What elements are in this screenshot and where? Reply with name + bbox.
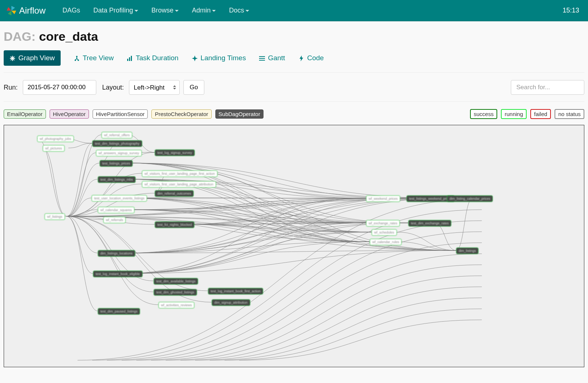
svg-marker-2	[8, 11, 11, 15]
graph-node[interactable]: dim_listing_calendar_prices	[447, 195, 493, 202]
graph-node[interactable]: wf_weekend_prices	[366, 195, 400, 202]
svg-marker-1	[11, 11, 16, 14]
graph-node[interactable]: wf_answers_signup_survey	[96, 150, 142, 156]
graph-node[interactable]: wf_referrals	[103, 217, 126, 223]
graph-node[interactable]: test_log_instant_book_eligible	[93, 271, 143, 277]
list-icon	[259, 55, 265, 61]
graph-edges	[4, 125, 584, 367]
title-prefix: DAG:	[4, 29, 39, 43]
nav-item-data-profiling[interactable]: Data Profiling	[87, 3, 145, 18]
nav-item-label: Admin	[192, 7, 211, 14]
svg-rect-14	[131, 56, 132, 61]
graph-node[interactable]: test_log_instant_book_first_action	[208, 288, 263, 295]
graph-node[interactable]: test_dim_paused_listings	[98, 308, 140, 315]
tree-icon	[74, 55, 80, 61]
legend-operator-hive-partition-sensor[interactable]: HivePartitionSensor	[93, 109, 148, 119]
graph-node[interactable]: wf_calendar_rules	[370, 239, 402, 245]
tab-gantt[interactable]: Gantt	[259, 51, 285, 65]
graph-node[interactable]: wf_pictures	[43, 145, 65, 152]
svg-rect-16	[259, 58, 265, 59]
graph-node[interactable]: test_log_signup_survey	[155, 149, 195, 156]
legend-operator-presto[interactable]: PrestoCheckOperator	[151, 109, 211, 119]
graph-node[interactable]: test_listings_prices	[100, 160, 133, 167]
svg-rect-13	[129, 57, 130, 61]
nav-items: DAGs Data Profiling Browse Admin Docs	[56, 3, 256, 18]
graph-node[interactable]: wf_calendar_squares	[98, 207, 135, 213]
svg-marker-18	[300, 55, 303, 61]
go-button[interactable]: Go	[183, 80, 204, 95]
tab-label: Graph View	[18, 54, 55, 62]
graph-node[interactable]: wf_activities_reviews	[158, 302, 194, 308]
view-tabs: Graph View Tree View Task Duration Landi…	[4, 50, 584, 66]
graph-node[interactable]: test_dim_listings_photography	[92, 140, 142, 147]
nav-item-label: Docs	[229, 7, 244, 14]
legend-status-running[interactable]: running	[501, 109, 527, 119]
chevron-down-icon	[245, 10, 249, 12]
graph-node[interactable]: wf_visitors_first_user_landing_page_firs…	[142, 170, 218, 177]
page-title: DAG: core_data	[4, 29, 584, 44]
graph-node[interactable]: wf_listings	[44, 213, 65, 220]
chevron-down-icon	[212, 10, 216, 12]
nav-item-label: Browse	[151, 7, 173, 14]
legend-status-failed[interactable]: failed	[530, 109, 551, 119]
legend-status-none[interactable]: no status	[555, 109, 584, 119]
graph-node[interactable]: dim_listings	[456, 247, 478, 254]
controls-row: Run: Layout: Left->Right Go	[4, 80, 584, 95]
svg-marker-3	[7, 7, 11, 11]
tab-label: Code	[307, 54, 324, 62]
chevron-down-icon	[135, 10, 138, 12]
tab-graph-view[interactable]: Graph View	[4, 50, 61, 66]
dag-graph[interactable]: wf_photography_jobswf_referral_offerstes…	[4, 125, 584, 367]
legend-operator-hive[interactable]: HiveOperator	[50, 109, 89, 119]
graph-node[interactable]: wf_photography_jobs	[37, 136, 74, 142]
graph-node[interactable]: wf_exchange_rates	[366, 220, 400, 227]
svg-rect-12	[127, 59, 128, 61]
legend-row: EmailOperator HiveOperator HivePartition…	[4, 109, 584, 119]
legend-operator-email[interactable]: EmailOperator	[4, 109, 46, 119]
chevron-down-icon	[175, 10, 179, 12]
graph-node[interactable]: test_dim_available_listings	[154, 278, 198, 285]
graph-node[interactable]: wf_schedules	[372, 229, 397, 236]
bar-chart-icon	[127, 55, 133, 61]
asterisk-icon	[10, 55, 15, 61]
nav-item-browse[interactable]: Browse	[145, 3, 185, 18]
layout-label: Layout:	[102, 84, 124, 91]
nav-item-label: DAGs	[62, 7, 80, 14]
brand[interactable]: Airflow	[7, 6, 46, 16]
graph-node[interactable]: wf_visitors_first_user_landing_page_attr…	[142, 181, 216, 188]
nav-item-admin[interactable]: Admin	[185, 3, 222, 18]
svg-marker-0	[11, 6, 15, 11]
graph-node[interactable]: test_dim_exchange_rates	[408, 220, 451, 227]
graph-node[interactable]: wf_referral_offers	[101, 132, 132, 138]
tab-code[interactable]: Code	[298, 51, 324, 65]
graph-node[interactable]: test_user_location_events_listings	[92, 195, 147, 202]
tab-label: Gantt	[268, 54, 285, 62]
graph-node[interactable]: test_dim_ghosted_listings	[154, 289, 197, 296]
nav-item-docs[interactable]: Docs	[222, 3, 256, 18]
graph-node[interactable]: dim_referral_outcomes	[155, 190, 194, 197]
search-input[interactable]	[511, 80, 584, 95]
navbar-time: 15:13	[563, 7, 581, 14]
nav-item-dags[interactable]: DAGs	[56, 3, 87, 18]
tab-tree-view[interactable]: Tree View	[74, 51, 114, 65]
graph-node[interactable]: dim_listings_locations	[98, 250, 135, 257]
brand-text: Airflow	[19, 6, 46, 16]
legend-status-success[interactable]: success	[470, 109, 497, 119]
graph-node[interactable]: dim_signup_attribution	[212, 299, 250, 306]
svg-rect-17	[259, 60, 265, 61]
graph-node[interactable]: test_dim_listings_mbs	[98, 176, 136, 183]
graph-node[interactable]: test_fct_nights_blocked	[155, 221, 194, 228]
title-dag-name: core_data	[39, 29, 98, 43]
bolt-icon	[298, 55, 304, 61]
tab-label: Tree View	[83, 54, 114, 62]
svg-rect-15	[259, 56, 265, 57]
run-datetime-input[interactable]	[23, 80, 96, 95]
plane-icon	[192, 55, 198, 61]
run-label: Run:	[4, 84, 18, 91]
tab-landing-times[interactable]: Landing Times	[192, 51, 246, 65]
separator	[4, 72, 584, 73]
legend-operator-subdag[interactable]: SubDagOperator	[215, 109, 263, 119]
layout-select[interactable]: Left->Right	[129, 80, 180, 95]
tab-task-duration[interactable]: Task Duration	[127, 51, 178, 65]
navbar: Airflow DAGs Data Profiling Browse Admin…	[0, 0, 588, 21]
